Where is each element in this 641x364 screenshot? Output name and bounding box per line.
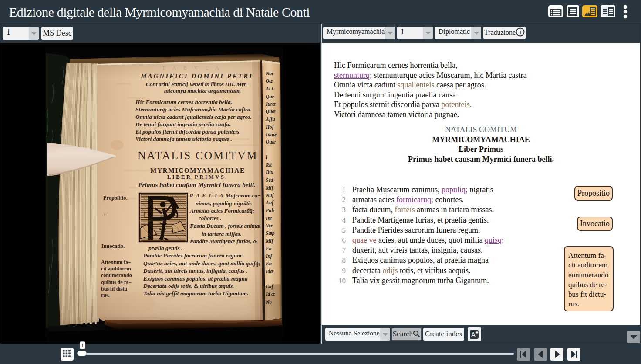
svg-text:Qæ: Qæ: [266, 78, 273, 83]
svg-text:En: En: [265, 261, 272, 266]
svg-text:Talia uix geſſit magnorum turb: Talia uix geſſit magnorum turba Gigantum…: [143, 290, 248, 297]
svg-text:MYRMICOMYAMACHIAE: MYRMICOMYAMACHIAE: [150, 167, 245, 174]
svg-text:✷: ✷: [475, 330, 479, 335]
svg-text:Pandite Pierides ſacrorum fune: Pandite Pierides ſacrorum funera regum.: [143, 252, 243, 259]
svg-text:Armatas acies Formicarū́q̄;: Armatas acies Formicarū́q̄;: [189, 207, 254, 214]
svg-text:micomya machiæ argumentum.: micomya machiæ argumentum.: [164, 87, 241, 94]
svg-text:Hoſ: Hoſ: [265, 124, 274, 130]
svg-text:Quæʼue acies, aut unde duces,: Quæʼue acies, aut unde duces, quot milli…: [143, 260, 260, 267]
svg-text:Duxerit, aut uireis tantas, in: Duxerit, aut uireis tantas, inſignia, ca…: [143, 267, 247, 274]
svg-text:Decertata odijs totis, & uirib: Decertata odijs totis, & uiribus æquis.: [143, 283, 234, 289]
svg-text:quibus de re−: quibus de re−: [101, 279, 132, 285]
svg-text:De tenui ſurgunt ingentia præl: De tenui ſurgunt ingentia prælia cauſa.: [135, 121, 231, 127]
svg-text:Fo: Fo: [265, 246, 272, 251]
svg-text:bus ſit diśtu: bus ſit diśtu: [101, 286, 127, 292]
svg-text:Nuſ: Nuſ: [265, 193, 274, 198]
svg-text:Sæp: Sæp: [266, 230, 275, 236]
svg-text:MAGNIFICI DOMINI PETRI: MAGNIFICI DOMINI PETRI: [140, 73, 253, 80]
svg-text:Nor: Nor: [265, 71, 274, 76]
svg-text:Sternunturq́; acies Muſcarum,h: Sternunturq́; acies Muſcarum,hic Martia …: [135, 106, 250, 113]
svg-text:–: –: [104, 211, 107, 217]
svg-text:Quæ: Quæ: [266, 139, 276, 144]
svg-text:Auſ: Auſ: [265, 200, 274, 206]
svg-text:Cont arini Patricij Veneti in: Cont arini Patricij Veneti in libros III…: [146, 81, 250, 87]
svg-text:Attentum fa−: Attentum fa−: [101, 259, 131, 265]
svg-text:cohortes .: cohortes .: [199, 215, 221, 221]
svg-text:Miſ: Miſ: [265, 185, 273, 191]
svg-text:Inuocatio.: Inuocatio.: [101, 243, 125, 249]
svg-text:: · ;: : · ;: [153, 59, 165, 64]
svg-text:Miſ: Miſ: [265, 238, 273, 244]
svg-text:No: No: [265, 299, 272, 304]
svg-text:Pub: Pub: [266, 208, 274, 213]
svg-text:prælia gentis .: prælia gentis .: [148, 245, 183, 251]
svg-text:Faœta Ducum , forteis animæ: Faœta Ducum , forteis animæ: [189, 223, 260, 229]
svg-text:At t: At t: [265, 86, 273, 91]
svg-text:Primus habet cauſam Myrmici fu: Primus habet cauſam Myrmici funera belli…: [138, 181, 255, 188]
svg-text:Et populos ſternit diſcordia p: Et populos ſternit diſcordia parua poten…: [135, 128, 241, 135]
svg-text:Caſ: Caſ: [266, 284, 273, 290]
svg-text:Idæ: Idæ: [265, 269, 274, 274]
svg-text:Dix: Dix: [265, 170, 273, 175]
svg-text:Hic Formicarum cernes horrenti: Hic Formicarum cernes horrentia bella,: [135, 99, 232, 105]
svg-text:Rit: Rit: [265, 162, 272, 167]
svg-text:Iuræ: Iuræ: [265, 101, 276, 107]
svg-text:Sed: Sed: [266, 177, 273, 183]
svg-text:Omnia uicta cadunt ſquallentei: Omnia uicta cadunt ſquallenteis cæſa per…: [135, 114, 252, 120]
svg-text:nimus, populíq̄; nigrãtis: nimus, populíq̄; nigrãtis: [196, 200, 252, 207]
svg-text:T A B V L A: T A B V L A: [162, 65, 222, 71]
svg-text:Id æ: Id æ: [265, 291, 275, 297]
svg-text:Aſſu: Aſſu: [265, 117, 275, 122]
svg-text:Inſ: Inſ: [265, 254, 273, 259]
svg-text:Quæ: Quæ: [266, 109, 276, 114]
svg-text:in tartara miſſas.: in tartara miſſas.: [202, 230, 241, 237]
svg-text:Que: Que: [266, 94, 274, 99]
svg-text:Int: Int: [265, 216, 272, 221]
svg-text:cit auditorem: cit auditorem: [101, 266, 131, 272]
svg-text:Inuæ: Inuæ: [265, 132, 277, 137]
svg-text:Ver: Ver: [266, 223, 273, 228]
svg-text:Exiguos canimus populos, at pr: Exiguos canimus populos, at prælia magna: [143, 275, 248, 282]
svg-text:rus.: rus.: [101, 292, 110, 298]
